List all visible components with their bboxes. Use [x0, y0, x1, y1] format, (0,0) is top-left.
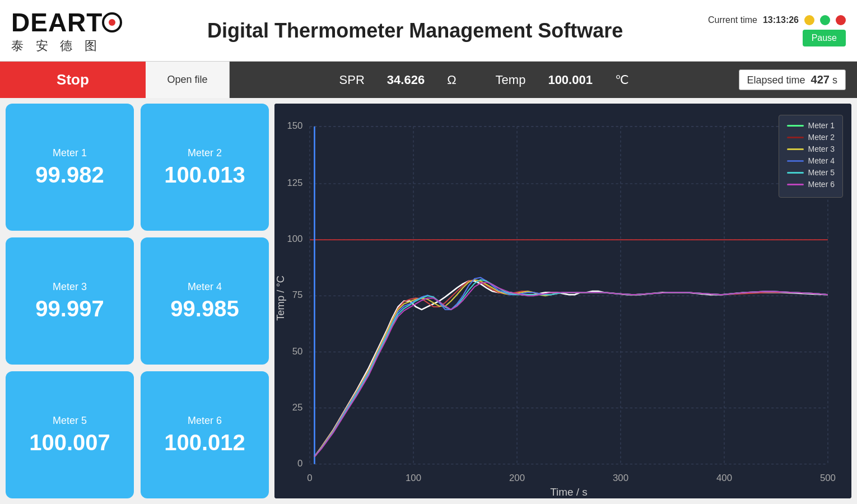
elapsed-unit: s: [832, 74, 837, 86]
meters-panel: Meter 1 99.982 Meter 2 100.013 Meter 3 9…: [0, 98, 274, 504]
svg-text:300: 300: [613, 473, 628, 484]
svg-text:400: 400: [716, 473, 732, 484]
meter-card-1: Meter 1 99.982: [6, 104, 134, 231]
logo-t: T: [86, 7, 102, 38]
temp-value: 100.001: [548, 73, 593, 87]
logo-o-icon: [102, 12, 122, 32]
legend-line-1: [787, 125, 804, 127]
svg-text:125: 125: [287, 178, 302, 188]
traffic-light-red: [836, 15, 846, 25]
pause-button[interactable]: Pause: [803, 30, 846, 46]
svg-text:100: 100: [406, 473, 421, 484]
meter-row-2: Meter 3 99.997 Meter 4 99.985: [6, 237, 269, 365]
traffic-light-yellow: [804, 15, 814, 25]
meter-card-3: Meter 3 99.997: [6, 237, 134, 365]
meter-card-6: Meter 6 100.012: [141, 371, 269, 498]
legend-label-1: Meter 1: [808, 121, 835, 130]
legend-line-6: [787, 184, 804, 185]
temp-label: Temp: [496, 73, 526, 87]
svg-text:200: 200: [509, 473, 525, 484]
current-time-value: 13:13:26: [763, 15, 799, 25]
meter-6-label: Meter 6: [188, 415, 222, 427]
svg-text:75: 75: [292, 290, 303, 301]
legend-line-5: [787, 172, 804, 174]
svg-point-1: [109, 19, 115, 26]
legend-line-4: [787, 160, 804, 162]
meter-card-5: Meter 5 100.007: [6, 371, 134, 498]
meter-3-value: 99.997: [35, 296, 104, 321]
stop-button[interactable]: Stop: [0, 62, 146, 98]
legend-item-4: Meter 4: [787, 156, 835, 165]
svg-text:500: 500: [820, 473, 836, 484]
toolbar-center: SPR 34.626 Ω Temp 100.001 ℃: [230, 73, 739, 87]
legend-label-6: Meter 6: [808, 180, 835, 189]
legend-label-3: Meter 3: [808, 144, 835, 153]
spr-value: 34.626: [387, 73, 425, 87]
elapsed-time-box: Elapsed time 427 s: [739, 69, 846, 90]
meter-card-4: Meter 4 99.985: [141, 237, 269, 365]
spr-label: SPR: [339, 73, 365, 87]
svg-text:Temp / °C: Temp / °C: [274, 276, 286, 321]
legend-item-6: Meter 6: [787, 180, 835, 189]
elapsed-label: Elapsed time: [747, 74, 805, 86]
meter-5-label: Meter 5: [53, 415, 87, 427]
meter-2-value: 100.013: [164, 162, 245, 188]
chart-legend: Meter 1 Meter 2 Meter 3 Meter 4 Meter 5: [779, 115, 843, 198]
elapsed-value: 427: [811, 73, 830, 86]
legend-item-1: Meter 1: [787, 121, 835, 130]
legend-label-5: Meter 5: [808, 168, 835, 177]
svg-text:25: 25: [292, 402, 303, 413]
meter-2-label: Meter 2: [188, 147, 222, 159]
svg-text:0: 0: [297, 458, 302, 469]
spr-unit: Ω: [447, 73, 456, 87]
traffic-light-green: [820, 15, 830, 25]
svg-text:0: 0: [307, 473, 312, 484]
meter-6-value: 100.012: [164, 430, 245, 455]
svg-text:Time / s: Time / s: [550, 486, 588, 498]
top-right-controls: Current time 13:13:26 Pause: [708, 15, 846, 46]
main-content: Meter 1 99.982 Meter 2 100.013 Meter 3 9…: [0, 98, 857, 504]
meter-3-label: Meter 3: [53, 281, 87, 293]
meter-5-value: 100.007: [29, 430, 110, 455]
svg-text:50: 50: [292, 346, 303, 357]
open-file-button[interactable]: Open file: [146, 62, 230, 98]
legend-label-2: Meter 2: [808, 133, 835, 142]
legend-label-4: Meter 4: [808, 156, 835, 165]
logo: DEAR T 泰 安 德 图: [11, 7, 122, 54]
chart-svg: .grid-line { stroke: #3a4560; stroke-wid…: [274, 104, 851, 498]
meter-1-label: Meter 1: [53, 147, 87, 159]
legend-item-2: Meter 2: [787, 133, 835, 142]
temp-unit: ℃: [615, 73, 629, 87]
titlebar: DEAR T 泰 安 德 图 Digital Thermometer Manag…: [0, 0, 857, 62]
logo-text: DEAR: [11, 7, 86, 38]
meter-4-label: Meter 4: [188, 281, 222, 293]
meter-4-value: 99.985: [170, 296, 239, 321]
legend-item-5: Meter 5: [787, 168, 835, 177]
meter-1-value: 99.982: [35, 162, 104, 188]
app-title: Digital Thermometer Management Software: [122, 19, 707, 43]
chart-panel: .grid-line { stroke: #3a4560; stroke-wid…: [274, 104, 851, 498]
legend-line-2: [787, 137, 804, 138]
current-time-bar: Current time 13:13:26: [708, 15, 846, 25]
toolbar: Stop Open file SPR 34.626 Ω Temp 100.001…: [0, 62, 857, 98]
svg-rect-2: [274, 104, 851, 498]
meter-row-1: Meter 1 99.982 Meter 2 100.013: [6, 104, 269, 231]
meter-card-2: Meter 2 100.013: [141, 104, 269, 231]
legend-item-3: Meter 3: [787, 144, 835, 153]
svg-text:150: 150: [287, 120, 302, 131]
svg-text:100: 100: [287, 234, 302, 244]
legend-line-3: [787, 148, 804, 150]
meter-row-3: Meter 5 100.007 Meter 6 100.012: [6, 371, 269, 498]
current-time-label: Current time: [708, 15, 757, 25]
logo-chinese: 泰 安 德 图: [11, 38, 101, 54]
